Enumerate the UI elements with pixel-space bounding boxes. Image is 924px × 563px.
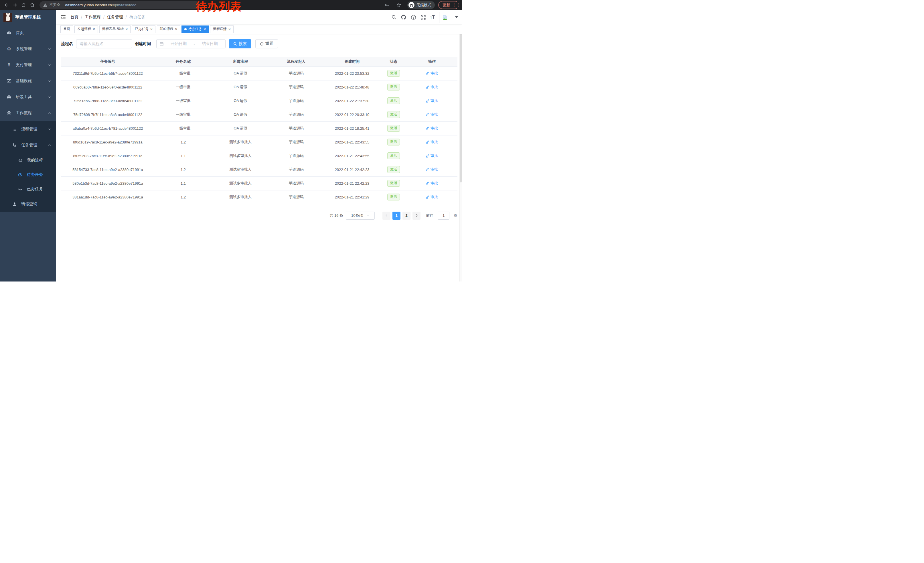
cell-task-name: 1.2	[154, 163, 212, 176]
cell-process: OA 请假	[212, 80, 269, 94]
breadcrumb-item[interactable]: 任务管理	[107, 15, 123, 20]
sidebar-item-label: 支付管理	[16, 62, 32, 68]
start-date-placeholder[interactable]: 开始日期	[166, 41, 191, 47]
sidebar-item-system[interactable]: ⚙ 系统管理	[0, 41, 56, 57]
tab-done-tasks[interactable]: 已办任务×	[132, 26, 155, 33]
approve-link[interactable]: 审批	[426, 167, 438, 172]
sidebar-item-leave-query[interactable]: 请假查询	[0, 196, 56, 212]
cell-task-name: 1.2	[154, 135, 212, 149]
search-button[interactable]: 搜索	[229, 39, 251, 48]
page-size-select[interactable]: 10条/页	[346, 212, 375, 220]
cell-starter: 芋道源码	[269, 108, 324, 122]
list-icon	[12, 127, 17, 132]
scrollbar-thumb[interactable]	[460, 11, 462, 182]
cell-actions: 审批	[406, 176, 458, 190]
close-icon[interactable]: ×	[204, 27, 206, 31]
cell-task-name: 一级审批	[154, 94, 212, 108]
approve-link[interactable]: 审批	[426, 112, 438, 117]
tasks-table: 任务编号 任务名称 所属流程 流程发起人 创建时间 状态 操作 73211d9d…	[61, 57, 458, 204]
sidebar-item-my-process[interactable]: 我的流程	[0, 153, 56, 168]
url-text[interactable]: dashboard.yudao.iocoder.cn/bpm/task/todo	[65, 3, 136, 7]
browser-menu-icon[interactable]: ⋮	[452, 3, 456, 7]
password-key-icon[interactable]	[383, 2, 390, 9]
tab-home[interactable]: 首页	[60, 26, 73, 33]
close-icon[interactable]: ×	[175, 27, 177, 31]
reset-button[interactable]: 重置	[255, 39, 278, 48]
approve-link[interactable]: 审批	[426, 194, 438, 200]
approve-link[interactable]: 审批	[426, 181, 438, 186]
sidebar-item-done-tasks[interactable]: 已办任务	[0, 182, 56, 196]
avatar[interactable]	[439, 12, 450, 23]
incognito-label: 无痕模式	[417, 3, 431, 8]
approve-link[interactable]: 审批	[426, 98, 438, 104]
process-name-input[interactable]: 请输入流程名	[76, 39, 132, 48]
sidebar-item-workflow[interactable]: 工作流程	[0, 105, 56, 121]
col-task-id: 任务编号	[61, 57, 154, 66]
goto-page-input[interactable]: 1	[438, 212, 449, 220]
help-icon[interactable]	[411, 15, 416, 20]
app-logo	[3, 13, 12, 22]
approve-link[interactable]: 审批	[426, 84, 438, 90]
browser-back-icon[interactable]	[3, 2, 10, 9]
tab-process-form-edit[interactable]: 流程表单-编辑×	[99, 26, 131, 33]
cell-task-id: 73211d9d-7b9b-11ec-b5b7-acde48001122	[61, 66, 154, 80]
approve-link[interactable]: 审批	[426, 71, 438, 76]
browser-home-icon[interactable]	[28, 2, 36, 9]
dashboard-icon	[7, 31, 12, 36]
search-icon[interactable]	[391, 15, 396, 20]
font-size-icon[interactable]: TT	[430, 15, 435, 20]
sidebar-item-devtools[interactable]: 研发工具	[0, 89, 56, 105]
end-date-placeholder[interactable]: 结束日期	[197, 41, 222, 47]
filter-form: 流程名 请输入流程名 创建时间 开始日期 - 结束日期 搜索	[61, 39, 458, 48]
bookmark-star-icon[interactable]	[395, 2, 402, 9]
prev-page-button[interactable]	[382, 212, 390, 220]
close-icon[interactable]: ×	[150, 27, 153, 31]
tab-process-detail[interactable]: 流程详情×	[210, 26, 234, 33]
sidebar-item-infrastructure[interactable]: 基础设施	[0, 73, 56, 89]
breadcrumb-item[interactable]: 工作流程	[85, 15, 101, 20]
eye-closed-icon	[18, 187, 22, 192]
tab-start-process[interactable]: 发起流程×	[74, 26, 98, 33]
tab-my-process[interactable]: 我的流程×	[157, 26, 180, 33]
browser-scrollbar[interactable]	[459, 10, 462, 281]
caret-down-icon[interactable]	[455, 17, 458, 18]
calendar-icon	[159, 42, 164, 46]
sidebar-item-payment[interactable]: ¥ 支付管理	[0, 57, 56, 73]
breadcrumb-item-current: 待办任务	[129, 15, 146, 20]
fullscreen-icon[interactable]	[420, 15, 426, 20]
sidebar-item-label: 任务管理	[21, 143, 37, 148]
pagination: 共 16 条 10条/页 1 2 前往 1 页	[61, 212, 458, 220]
browser-reload-icon[interactable]	[20, 2, 27, 9]
cell-task-id: 381aa1dd-7ac8-11ec-a9e2-a2380e71991a	[61, 190, 154, 204]
github-icon[interactable]	[401, 14, 406, 20]
sidebar-item-todo-tasks[interactable]: 待办任务	[0, 168, 56, 182]
monitor-icon	[7, 79, 12, 84]
sidebar-item-home[interactable]: 首页	[0, 25, 56, 41]
app-logo-row[interactable]: 芋道管理系统	[0, 10, 56, 24]
tab-todo-tasks[interactable]: 待办任务×	[182, 26, 208, 33]
sidebar-item-process-management[interactable]: 流程管理	[0, 121, 56, 137]
create-time-range-picker[interactable]: 开始日期 - 结束日期	[156, 39, 225, 48]
url-bar[interactable]: 不安全 dashboard.yudao.iocoder.cn/bpm/task/…	[39, 1, 200, 9]
breadcrumb-item[interactable]: 首页	[70, 15, 78, 20]
close-icon[interactable]: ×	[228, 27, 231, 31]
approve-link[interactable]: 审批	[426, 140, 438, 145]
sidebar-fold-icon[interactable]	[60, 14, 66, 20]
approve-link[interactable]: 审批	[426, 126, 438, 131]
update-button[interactable]: 更新 ⋮	[438, 1, 459, 9]
col-create-time: 创建时间	[324, 57, 381, 66]
status-badge: 激活	[387, 111, 400, 118]
edit-pencil-icon	[426, 72, 429, 75]
approve-link[interactable]: 审批	[426, 153, 438, 158]
security-label[interactable]: 不安全	[50, 3, 60, 8]
briefcase-icon	[7, 111, 12, 116]
close-icon[interactable]: ×	[93, 27, 95, 31]
sidebar-item-task-management[interactable]: 任务管理	[0, 137, 56, 153]
browser-forward-icon[interactable]	[12, 2, 18, 9]
table-row: 8f059c03-7ac8-11ec-a9e2-a2380e71991a 1.1…	[61, 149, 458, 163]
page-button-2[interactable]: 2	[402, 212, 411, 220]
page-button-1[interactable]: 1	[393, 212, 400, 220]
cell-task-name: 一级审批	[154, 108, 212, 122]
close-icon[interactable]: ×	[126, 27, 128, 31]
next-page-button[interactable]	[412, 212, 420, 220]
